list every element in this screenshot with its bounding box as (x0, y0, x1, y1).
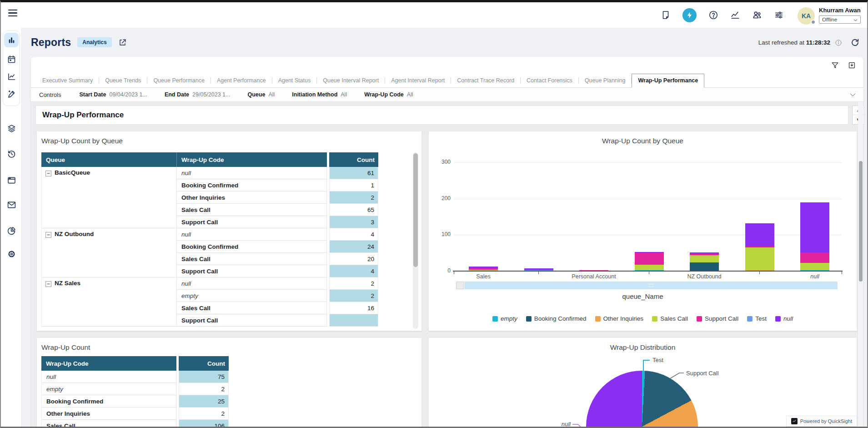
bar-segment[interactable] (745, 247, 774, 247)
column-header[interactable]: Count (329, 152, 378, 167)
count-cell: 4 (329, 228, 378, 241)
control-filter[interactable]: Start Date09/04/2023 1... (79, 91, 147, 98)
tab-wrap-up-performance[interactable]: Wrap-Up Performance (632, 74, 704, 88)
bar-segment[interactable] (635, 252, 664, 253)
wrapup-code-cell: null (177, 228, 327, 241)
bar-segment[interactable] (690, 252, 719, 254)
tab-agent-performance[interactable]: Agent Performance (211, 74, 272, 87)
column-header[interactable]: Count (179, 356, 229, 371)
collapse-icon[interactable]: − (45, 281, 51, 287)
bar-segment[interactable] (690, 255, 719, 262)
status-select[interactable]: Offline (819, 15, 861, 24)
notes-icon[interactable] (661, 10, 671, 20)
pie-chart[interactable] (586, 371, 698, 427)
control-filter[interactable]: End Date29/05/2023 1... (165, 91, 231, 98)
legend-label: Sales Call (660, 315, 688, 322)
bar-segment[interactable] (745, 223, 774, 247)
dashboard-area: Wrap-Up Performance ▲ ▼ Wrap-Up Count by… (31, 102, 863, 427)
hamburger-menu-icon[interactable] (8, 10, 17, 17)
sidebar-item-line-chart[interactable] (4, 69, 19, 84)
control-filter[interactable]: Initiation MethodAll (292, 91, 347, 98)
wrapup-code-cell: Booking Confirmed (41, 395, 176, 408)
sidebar-item-mail[interactable] (4, 197, 19, 212)
filter-funnel-icon[interactable] (831, 61, 839, 70)
tab-queue-trends[interactable]: Queue Trends (99, 74, 147, 87)
table-row: empty2 (41, 383, 229, 395)
tab-queue-interval-report[interactable]: Queue Interval Report (317, 74, 385, 87)
bar-segment[interactable] (800, 252, 829, 263)
column-header[interactable]: Queue (41, 152, 177, 167)
download-icon[interactable] (848, 61, 856, 70)
table-scrollbar[interactable] (413, 152, 418, 329)
bar-segment[interactable] (800, 263, 829, 270)
sliders-icon[interactable] (774, 10, 784, 20)
bar-segment[interactable] (469, 267, 498, 268)
count-cell (329, 314, 378, 327)
tab-contract-trace-record[interactable]: Contract Trace Record (451, 74, 520, 87)
controls-expand-chevron-icon[interactable] (849, 91, 856, 98)
control-filter[interactable]: QueueAll (247, 91, 275, 98)
layers-icon (7, 124, 16, 133)
tab-contact-forensics[interactable]: Contact Forensics (521, 74, 578, 87)
last-refreshed-label: Last refreshed at 11:28:32 (758, 39, 830, 46)
refresh-icon[interactable] (850, 38, 860, 47)
legend-item[interactable]: empty (492, 315, 517, 322)
legend-swatch (697, 316, 702, 322)
sidebar-item-calendar[interactable] (4, 52, 19, 66)
tab-queue-performance[interactable]: Queue Performance (147, 74, 211, 87)
table-scrollbar-thumb[interactable] (413, 153, 418, 267)
sidebar-item-settings[interactable] (4, 247, 19, 261)
table-row: Sales Call106 (41, 420, 229, 427)
tab-queue-planning[interactable]: Queue Planning (579, 74, 632, 87)
tab-agent-interval-report[interactable]: Agent Interval Report (385, 74, 451, 87)
bar-chart-icon (7, 35, 16, 45)
bar-segment[interactable] (690, 262, 719, 271)
bar-segment[interactable] (635, 253, 664, 264)
legend-item[interactable]: null (775, 315, 793, 322)
avatar[interactable]: KA (798, 7, 815, 25)
analytics-icon[interactable] (730, 10, 740, 20)
bar-segment[interactable] (690, 254, 719, 255)
sidebar-item-bar-chart[interactable] (4, 33, 19, 47)
bar-segment[interactable] (800, 202, 829, 252)
avatar-initials: KA (802, 12, 811, 20)
x-axis-tick (538, 272, 539, 274)
sidebar-item-pie-chart[interactable] (4, 223, 19, 238)
pie-chart-icon (7, 226, 16, 236)
sidebar-item-window[interactable] (4, 173, 19, 187)
chart-hscroll[interactable] (464, 282, 838, 289)
legend-item[interactable]: Test (747, 315, 767, 322)
collapse-icon[interactable]: − (45, 171, 51, 176)
external-link-icon[interactable] (118, 38, 127, 47)
sidebar-item-layers[interactable] (4, 121, 19, 136)
dashboard-scrollbar-thumb[interactable] (859, 161, 863, 282)
legend-swatch (526, 316, 532, 322)
bar-segment[interactable] (635, 265, 664, 271)
assistant-flash-icon[interactable] (682, 8, 697, 22)
people-icon[interactable] (752, 10, 762, 20)
legend-item[interactable]: Sales Call (652, 315, 688, 322)
chart-hscroll-handle[interactable] (456, 282, 464, 289)
legend-item[interactable]: Other Inquiries (595, 315, 644, 322)
window-icon (7, 176, 16, 185)
help-icon[interactable] (708, 10, 718, 20)
tab-agent-status[interactable]: Agent Status (272, 74, 317, 87)
collapse-icon[interactable]: − (45, 232, 51, 238)
bar-segment[interactable] (469, 268, 498, 270)
info-icon[interactable] (835, 39, 842, 46)
column-header[interactable]: Wrap-Up Code (41, 356, 176, 371)
column-header[interactable]: Wrap-Up Code (177, 152, 327, 167)
x-tick-label: NZ Outbound (666, 273, 743, 280)
tab-executive-summary[interactable]: Executive Summary (36, 74, 99, 87)
legend-item[interactable]: Booking Confirmed (526, 315, 587, 322)
card-wrapup-count-by-queue-table: Wrap-Up Count by Queue QueueWrap-Up Code… (36, 131, 422, 331)
sidebar-item-history[interactable] (4, 146, 19, 161)
legend-item[interactable]: Support Call (697, 315, 738, 322)
control-filter[interactable]: Wrap-Up CodeAll (364, 91, 413, 98)
sidebar-item-design[interactable] (4, 86, 19, 101)
y-tick-label: 100 (432, 231, 451, 237)
dashboard-scrollbar[interactable] (858, 102, 863, 427)
x-tick-label: null (776, 273, 853, 280)
bar-segment[interactable] (524, 268, 553, 270)
bar-segment[interactable] (745, 247, 774, 270)
